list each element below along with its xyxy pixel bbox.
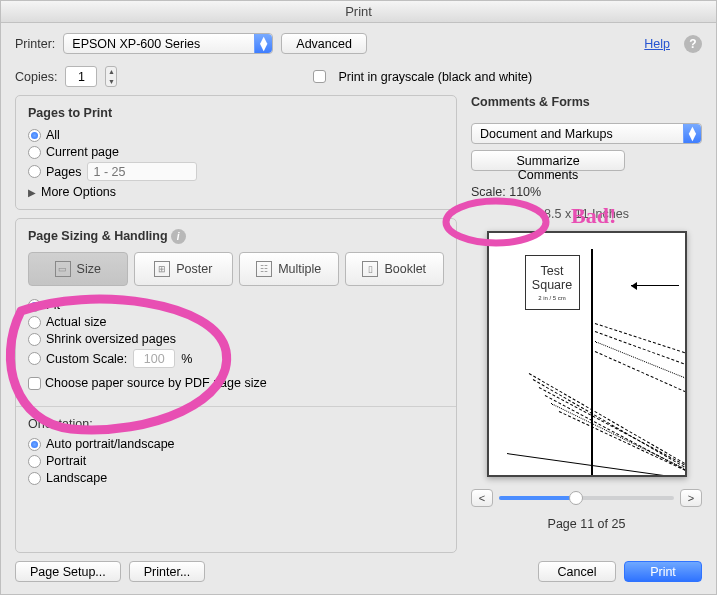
pages-label: Pages <box>46 165 81 179</box>
portrait-label: Portrait <box>46 454 86 468</box>
copies-input[interactable] <box>65 66 97 87</box>
print-button[interactable]: Print <box>624 561 702 582</box>
radio-current[interactable] <box>28 146 41 159</box>
print-dialog: Print Printer: EPSON XP-600 Series ▲▼ Ad… <box>0 0 717 595</box>
comments-value: Document and Markups <box>480 127 613 141</box>
tab-poster[interactable]: ⊞Poster <box>134 252 234 286</box>
custom-scale-input[interactable] <box>133 349 175 368</box>
fit-label: Fit <box>46 298 60 312</box>
tab-size[interactable]: ▭Size <box>28 252 128 286</box>
grayscale-label: Print in grayscale (black and white) <box>338 70 532 84</box>
info-icon[interactable]: i <box>171 229 186 244</box>
actual-label: Actual size <box>46 315 106 329</box>
pages-range-input[interactable] <box>87 162 197 181</box>
preview-page: Test Square 2 in / 5 cm <box>487 231 687 477</box>
footer: Page Setup... Printer... Cancel Print <box>15 561 702 582</box>
radio-all[interactable] <box>28 129 41 142</box>
arrow-icon <box>631 285 679 286</box>
dialog-content: Printer: EPSON XP-600 Series ▲▼ Advanced… <box>1 23 716 594</box>
printer-row: Printer: EPSON XP-600 Series ▲▼ Advanced… <box>15 33 702 54</box>
printer-select[interactable]: EPSON XP-600 Series ▲▼ <box>63 33 273 54</box>
radio-actual[interactable] <box>28 316 41 329</box>
landscape-label: Landscape <box>46 471 107 485</box>
summarize-button[interactable]: Summarize Comments <box>471 150 625 171</box>
all-label: All <box>46 128 60 142</box>
vertical-rule <box>591 249 593 477</box>
comments-title: Comments & Forms <box>471 95 702 109</box>
custom-label: Custom Scale: <box>46 352 127 366</box>
more-options-label: More Options <box>41 185 116 199</box>
shrink-label: Shrink oversized pages <box>46 332 176 346</box>
choose-source-label: Choose paper source by PDF page size <box>45 376 267 390</box>
pages-title: Pages to Print <box>28 106 444 120</box>
help-icon[interactable]: ? <box>684 35 702 53</box>
printer-button[interactable]: Printer... <box>129 561 206 582</box>
preview-nav: < > <box>471 489 702 507</box>
orientation-title: Orientation: <box>28 417 444 431</box>
printer-label: Printer: <box>15 37 55 51</box>
tab-multiple[interactable]: ☷Multiple <box>239 252 339 286</box>
size-icon: ▭ <box>55 261 71 277</box>
sizing-title: Page Sizing & Handlingi <box>28 229 444 244</box>
printer-value: EPSON XP-600 Series <box>72 37 200 51</box>
tab-booklet[interactable]: ▯Booklet <box>345 252 445 286</box>
booklet-icon: ▯ <box>362 261 378 277</box>
pages-panel: Pages to Print All Current page Pages ▶M… <box>15 95 457 210</box>
choose-source-checkbox[interactable] <box>28 377 41 390</box>
copies-stepper[interactable]: ▲▼ <box>105 66 117 87</box>
annotation-bad-text: Bad! <box>571 203 616 229</box>
radio-landscape[interactable] <box>28 472 41 485</box>
right-column: Comments & Forms Document and Markups ▲▼… <box>471 95 702 553</box>
grayscale-checkbox[interactable] <box>313 70 326 83</box>
next-page-button[interactable]: > <box>680 489 702 507</box>
poster-icon: ⊞ <box>154 261 170 277</box>
radio-custom[interactable] <box>28 352 41 365</box>
radio-portrait[interactable] <box>28 455 41 468</box>
more-options-toggle[interactable]: ▶More Options <box>28 185 444 199</box>
sizing-tabs: ▭Size ⊞Poster ☷Multiple ▯Booklet <box>28 252 444 286</box>
multiple-icon: ☷ <box>256 261 272 277</box>
percent-label: % <box>181 352 192 366</box>
page-setup-button[interactable]: Page Setup... <box>15 561 121 582</box>
advanced-button[interactable]: Advanced <box>281 33 367 54</box>
auto-label: Auto portrait/landscape <box>46 437 175 451</box>
sizing-panel: Page Sizing & Handlingi ▭Size ⊞Poster ☷M… <box>15 218 457 553</box>
help-link[interactable]: Help <box>644 37 670 51</box>
select-arrows-icon: ▲▼ <box>683 124 701 143</box>
current-label: Current page <box>46 145 119 159</box>
radio-fit[interactable] <box>28 299 41 312</box>
copies-label: Copies: <box>15 70 57 84</box>
copies-row: Copies: ▲▼ Print in grayscale (black and… <box>15 66 702 87</box>
scale-label: Scale: 110% <box>471 185 702 199</box>
cancel-button[interactable]: Cancel <box>538 561 616 582</box>
select-arrows-icon: ▲▼ <box>254 34 272 53</box>
radio-pages[interactable] <box>28 165 41 178</box>
comments-select[interactable]: Document and Markups ▲▼ <box>471 123 702 144</box>
window-title: Print <box>1 1 716 23</box>
page-slider[interactable] <box>499 491 674 505</box>
page-indicator: Page 11 of 25 <box>471 517 702 531</box>
radio-auto-orient[interactable] <box>28 438 41 451</box>
radio-shrink[interactable] <box>28 333 41 346</box>
prev-page-button[interactable]: < <box>471 489 493 507</box>
disclosure-icon: ▶ <box>28 187 36 198</box>
test-square: Test Square 2 in / 5 cm <box>525 255 580 310</box>
